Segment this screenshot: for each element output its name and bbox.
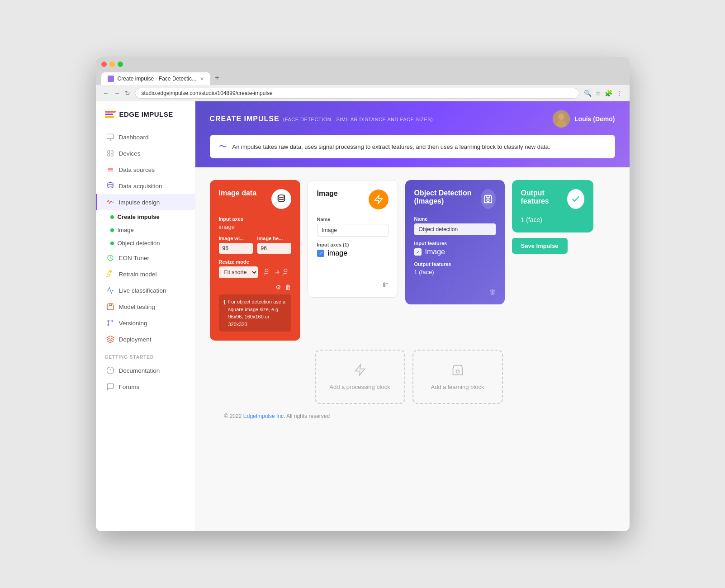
svg-rect-4 bbox=[111, 151, 113, 153]
delete-icon-btn[interactable]: 🗑 bbox=[285, 284, 291, 291]
resize-label: Resize mode bbox=[219, 259, 291, 265]
learning-card: Object Detection (Images) Name Input fea… bbox=[405, 180, 505, 304]
svg-rect-3 bbox=[108, 151, 110, 153]
learning-card-title: Object Detection (Images) bbox=[414, 189, 481, 205]
settings-icon-btn[interactable]: ⚙ bbox=[275, 284, 281, 291]
svg-rect-5 bbox=[108, 154, 110, 156]
svg-point-22 bbox=[558, 114, 564, 120]
image-feature-checkbox[interactable]: ✓ bbox=[414, 248, 422, 256]
width-input[interactable] bbox=[219, 243, 253, 254]
proc-name-input[interactable] bbox=[317, 224, 389, 237]
sidebar-item-forums[interactable]: Forums bbox=[96, 379, 195, 395]
sidebar-item-data-acquisition[interactable]: Data acquisition bbox=[96, 178, 195, 194]
sidebar-item-docs[interactable]: Documentation bbox=[96, 362, 195, 379]
image-data-card: Image data Input axes image Image wi... bbox=[210, 180, 300, 341]
sidebar-item-versioning[interactable]: Versioning bbox=[96, 315, 195, 331]
logo-text: EDGE IMPULSE bbox=[119, 110, 173, 118]
sidebar-item-label: Versioning bbox=[119, 320, 147, 327]
bookmark-icon: ☆ bbox=[595, 90, 601, 97]
main-content: CREATE IMPULSE (FACE DETECTION - SIMILAR… bbox=[195, 101, 630, 531]
logo: EDGE IMPULSE bbox=[96, 110, 195, 129]
sidebar-item-dashboard[interactable]: Dashboard bbox=[96, 129, 195, 145]
add-learning-block-card[interactable]: Add a learning block bbox=[412, 350, 503, 404]
height-label: Image he... bbox=[257, 236, 291, 241]
getting-started-section-label: GETTING STARTED bbox=[96, 347, 195, 362]
sidebar-item-retrain[interactable]: Retrain model bbox=[96, 266, 195, 282]
data-sources-icon bbox=[106, 166, 114, 174]
sidebar-item-label: Devices bbox=[119, 150, 141, 157]
active-tab[interactable]: Create impulse - Face Detectic... ✕ bbox=[101, 72, 211, 85]
svg-marker-28 bbox=[374, 195, 382, 204]
page-subtitle: (FACE DETECTION - SIMILAR DISTANCE AND F… bbox=[283, 117, 433, 122]
sidebar: EDGE IMPULSE Dashboard Devices Data sour… bbox=[96, 101, 195, 531]
sidebar-item-label: Deployment bbox=[119, 336, 152, 343]
svg-point-15 bbox=[108, 324, 109, 326]
info-banner: 〜 An impulse takes raw data, uses signal… bbox=[210, 135, 615, 158]
svg-marker-30 bbox=[355, 365, 365, 375]
image-checkbox[interactable]: ✓ bbox=[317, 250, 324, 257]
sidebar-subitem-object-detection[interactable]: Object detection bbox=[96, 237, 195, 250]
new-tab-button[interactable]: + bbox=[210, 71, 223, 85]
page-title-area: CREATE IMPULSE (FACE DETECTION - SIMILAR… bbox=[210, 115, 433, 123]
resize-select[interactable]: Fit shorte bbox=[219, 266, 258, 278]
url-input[interactable] bbox=[135, 88, 579, 99]
back-button[interactable]: ← bbox=[103, 90, 109, 97]
info-note-text: For object detection use a square image … bbox=[228, 298, 287, 328]
page-header: CREATE IMPULSE (FACE DETECTION - SIMILAR… bbox=[195, 101, 630, 167]
forward-button[interactable]: → bbox=[114, 90, 120, 97]
delete-processing-btn[interactable]: 🗑 bbox=[382, 281, 389, 288]
traffic-light-red[interactable] bbox=[101, 62, 107, 67]
tab-close-button[interactable]: ✕ bbox=[200, 76, 204, 82]
sidebar-subitem-create-impulse[interactable]: Create impulse bbox=[96, 210, 195, 223]
add-learning-icon bbox=[451, 364, 464, 379]
svg-point-31 bbox=[456, 370, 459, 373]
traffic-light-green[interactable] bbox=[118, 62, 123, 67]
devices-icon bbox=[106, 149, 114, 157]
height-input[interactable] bbox=[257, 243, 291, 254]
svg-point-10 bbox=[108, 183, 113, 185]
add-processing-icon bbox=[354, 364, 366, 379]
add-processing-block-card[interactable]: Add a processing block bbox=[315, 350, 405, 404]
output-icon-circle bbox=[567, 189, 584, 209]
sidebar-item-deployment[interactable]: Deployment bbox=[96, 331, 195, 347]
sidebar-item-eon-tuner[interactable]: EON Tuner bbox=[96, 250, 195, 266]
learning-icon-circle bbox=[481, 189, 496, 209]
delete-learning-btn[interactable]: 🗑 bbox=[489, 288, 496, 295]
content-area: Image data Input axes image Image wi... bbox=[195, 167, 630, 531]
svg-point-23 bbox=[556, 120, 566, 128]
sidebar-item-impulse-design[interactable]: Impulse design bbox=[96, 194, 195, 210]
output-features-label: Output features bbox=[414, 261, 496, 267]
checkbox-label: image bbox=[328, 249, 348, 257]
docs-icon bbox=[106, 366, 114, 375]
learn-name-input[interactable] bbox=[414, 223, 496, 235]
monitor-icon bbox=[106, 133, 114, 141]
sidebar-item-devices[interactable]: Devices bbox=[96, 145, 195, 161]
svg-point-24 bbox=[278, 195, 284, 198]
add-blocks-row: Add a processing block Add a learning bl… bbox=[210, 350, 615, 404]
forums-icon bbox=[106, 383, 114, 391]
sidebar-item-model-testing[interactable]: Model testing bbox=[96, 299, 195, 315]
refresh-button[interactable]: ↻ bbox=[125, 90, 130, 97]
user-avatar bbox=[553, 110, 570, 128]
output-card: Output features 1 (face) bbox=[512, 180, 593, 232]
output-value: 1 (face) bbox=[521, 216, 584, 223]
footer-link[interactable]: EdgeImpulse Inc. bbox=[243, 413, 285, 419]
user-name: Louis (Demo) bbox=[574, 115, 615, 123]
logo-icon bbox=[105, 111, 116, 118]
eon-icon bbox=[106, 254, 114, 262]
footer-suffix: All rights reserved bbox=[286, 413, 330, 419]
save-impulse-button[interactable]: Save Impulse bbox=[512, 238, 568, 254]
retrain-icon bbox=[106, 270, 114, 278]
versioning-icon bbox=[106, 319, 114, 327]
browser-icons: 🔍 ☆ 🧩 ⋮ bbox=[584, 90, 622, 97]
sidebar-item-label: Data sources bbox=[119, 166, 155, 173]
sidebar-item-label: Retrain model bbox=[119, 271, 157, 278]
sidebar-item-data-sources[interactable]: Data sources bbox=[96, 161, 195, 178]
sidebar-item-live-classification[interactable]: Live classification bbox=[96, 282, 195, 299]
traffic-light-yellow[interactable] bbox=[109, 62, 115, 67]
image-feature-label: Image bbox=[425, 248, 445, 256]
sidebar-subitem-image[interactable]: Image bbox=[96, 223, 195, 237]
active-dot bbox=[110, 215, 114, 219]
svg-point-29 bbox=[487, 199, 489, 202]
sidebar-item-label: Documentation bbox=[119, 367, 160, 374]
